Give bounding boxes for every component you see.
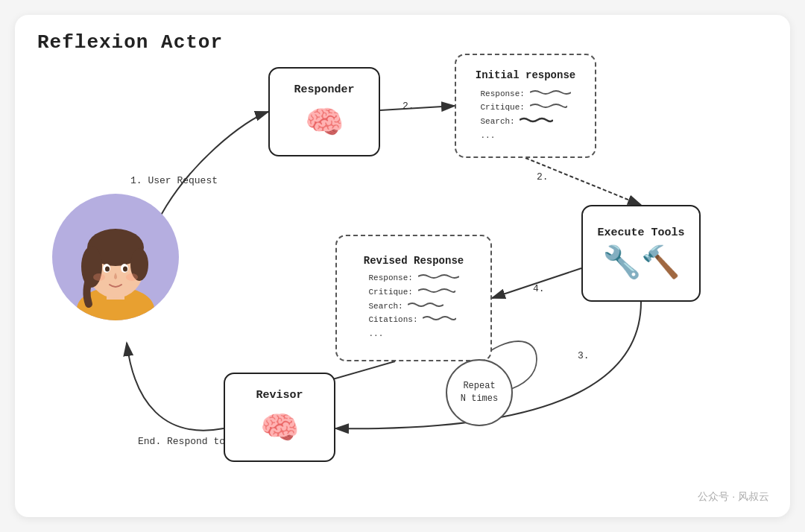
- repeat-label: RepeatN times: [461, 380, 498, 405]
- watermark: 公众号 · 风叔云: [698, 490, 769, 504]
- initial-response-label: Initial response: [476, 69, 575, 81]
- revised-response-content: Response: Critique: Search: Citations: .…: [368, 271, 458, 341]
- label-step3: 3.: [578, 350, 590, 361]
- revisor-label: Revisor: [256, 389, 303, 402]
- execute-tools-icon: 🔧🔨: [602, 244, 680, 280]
- svg-point-15: [93, 273, 105, 281]
- execute-tools-box: Execute Tools 🔧🔨: [581, 205, 701, 302]
- label-step2-responder: 2.: [402, 101, 414, 112]
- revisor-brain-icon: 🧠: [260, 409, 299, 446]
- initial-response-box: Initial response Response: Critique: Sea…: [455, 54, 596, 158]
- label-step2-execute: 2.: [537, 171, 549, 183]
- revised-response-label: Revised Response: [364, 255, 464, 267]
- svg-line-2: [380, 106, 455, 110]
- responder-box: Responder 🧠: [268, 67, 380, 156]
- label-step4-tools: 4.: [533, 283, 545, 294]
- svg-point-16: [126, 273, 138, 281]
- svg-point-13: [105, 267, 110, 272]
- svg-point-14: [123, 267, 127, 272]
- revised-response-box: Revised Response Response: Critique: Sea…: [335, 235, 492, 361]
- responder-brain-icon: 🧠: [305, 104, 344, 140]
- repeat-circle: RepeatN times: [446, 359, 513, 426]
- execute-tools-label: Execute Tools: [597, 227, 684, 239]
- responder-label: Responder: [294, 83, 354, 96]
- user-avatar: [52, 194, 179, 320]
- initial-response-content: Response: Critique: Search: ...: [480, 87, 570, 143]
- revisor-box: Revisor 🧠: [224, 373, 335, 462]
- page-title: Reflexion Actor: [37, 31, 223, 54]
- label-user-request: 1. User Request: [130, 175, 218, 186]
- main-canvas: Reflexion Actor 1. User Request 2. 2: [15, 15, 790, 517]
